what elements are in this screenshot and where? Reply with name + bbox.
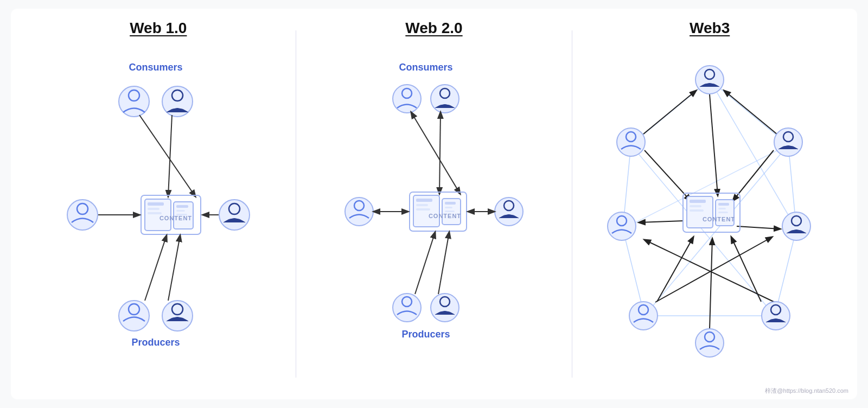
svg-line-4	[139, 115, 195, 196]
web2-section: Web 2.0 Consumers	[315, 20, 553, 388]
svg-text:CONTENT: CONTENT	[159, 215, 192, 221]
divider-1	[296, 30, 296, 378]
svg-rect-8	[148, 208, 159, 210]
divider-2	[572, 30, 572, 378]
svg-line-34	[411, 112, 460, 194]
svg-rect-41	[445, 202, 456, 205]
svg-line-65	[644, 150, 691, 201]
svg-line-67	[639, 221, 684, 222]
svg-rect-42	[445, 207, 452, 208]
svg-line-64	[710, 94, 718, 195]
svg-line-69	[657, 237, 693, 302]
svg-rect-78	[690, 205, 701, 207]
svg-line-26	[145, 235, 167, 301]
svg-line-73	[724, 91, 777, 134]
svg-text:Producers: Producers	[401, 329, 450, 340]
svg-text:Consumers: Consumers	[399, 62, 452, 73]
svg-line-62	[644, 145, 788, 316]
svg-line-56	[415, 232, 435, 294]
svg-line-5	[168, 115, 172, 196]
web2-diagram: Consumers CONTE	[331, 50, 537, 375]
svg-point-46	[345, 197, 373, 226]
web1-diagram: Consumers	[50, 50, 267, 375]
svg-rect-79	[690, 209, 704, 212]
svg-line-68	[737, 226, 780, 229]
page-container: Web 1.0 Consumers	[11, 9, 857, 399]
web1-section: Web 1.0 Consumers	[39, 20, 278, 388]
web2-title: Web 2.0	[405, 20, 462, 37]
svg-text:CONTENT: CONTENT	[429, 213, 461, 219]
svg-line-35	[439, 112, 441, 194]
svg-line-27	[168, 235, 180, 301]
svg-rect-9	[148, 212, 162, 214]
svg-point-100	[695, 329, 724, 357]
web3-title: Web3	[690, 20, 730, 37]
watermark: 梓渣@https://blog.ntan520.com	[765, 387, 848, 395]
web3-section: Web3	[590, 20, 829, 388]
svg-point-98	[762, 302, 790, 330]
web3-diagram: CONTENT	[585, 50, 834, 375]
svg-rect-82	[718, 208, 726, 209]
web1-consumers-label: Consumers	[129, 62, 182, 73]
svg-rect-12	[176, 210, 185, 212]
svg-line-57	[438, 232, 449, 294]
svg-rect-77	[690, 200, 706, 203]
svg-line-61	[631, 145, 775, 316]
svg-point-22	[119, 301, 149, 331]
svg-point-96	[629, 302, 658, 330]
svg-point-49	[495, 197, 523, 226]
svg-rect-38	[416, 204, 428, 206]
svg-rect-37	[416, 199, 432, 202]
svg-point-24	[162, 301, 193, 331]
svg-rect-39	[416, 208, 430, 211]
svg-rect-7	[148, 202, 164, 206]
web1-title: Web 1.0	[130, 20, 187, 37]
svg-rect-43	[445, 211, 455, 212]
svg-line-66	[733, 150, 774, 201]
svg-rect-83	[718, 212, 728, 213]
svg-line-72	[643, 91, 696, 134]
svg-point-52	[393, 294, 421, 322]
svg-text:Producers: Producers	[131, 337, 180, 348]
svg-rect-81	[718, 203, 729, 206]
svg-point-54	[431, 294, 459, 322]
svg-text:CONTENT: CONTENT	[703, 216, 735, 222]
svg-rect-11	[176, 205, 188, 208]
